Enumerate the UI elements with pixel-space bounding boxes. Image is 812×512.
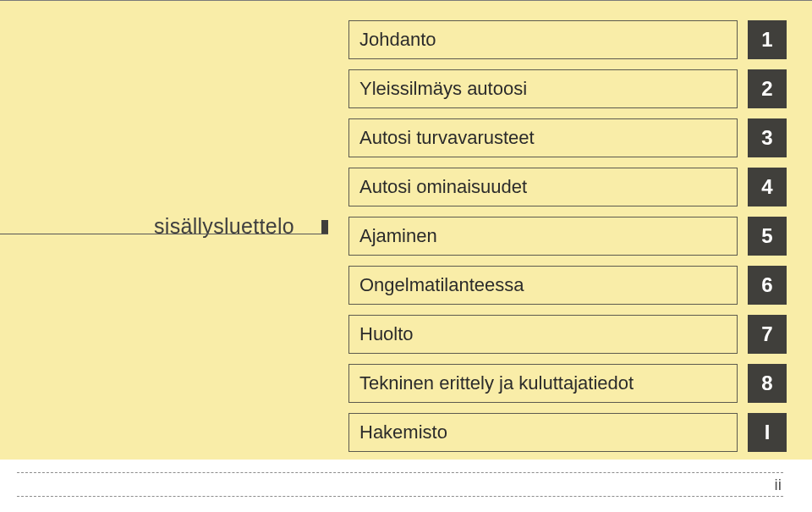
toc-item-title: Autosi ominaisuudet bbox=[359, 176, 527, 198]
toc-heading: sisällysluettelo bbox=[154, 214, 294, 239]
top-rule bbox=[0, 0, 812, 1]
tab-number: 4 bbox=[761, 175, 772, 199]
toc-item-title: Johdanto bbox=[359, 29, 436, 51]
toc-heading-marker bbox=[321, 220, 328, 234]
section-tab: 8 bbox=[748, 364, 787, 403]
toc-item: Hakemisto bbox=[348, 413, 738, 452]
toc-item: Ajaminen bbox=[348, 217, 738, 256]
tab-number: 3 bbox=[761, 126, 772, 150]
toc-item: Autosi turvavarusteet bbox=[348, 118, 738, 157]
toc-item: Autosi ominaisuudet bbox=[348, 168, 738, 206]
toc-item-title: Yleissilmäys autoosi bbox=[359, 78, 527, 100]
section-tab: 1 bbox=[748, 20, 787, 59]
tab-number: I bbox=[765, 421, 771, 444]
content-area: sisällysluettelo Johdanto Yleissilmäys a… bbox=[0, 0, 812, 460]
section-tab: 5 bbox=[748, 217, 787, 256]
toc-item: Huolto bbox=[348, 315, 738, 354]
toc-item: Ongelmatilanteessa bbox=[348, 266, 738, 305]
tab-number: 2 bbox=[761, 77, 772, 101]
tab-number: 8 bbox=[761, 372, 772, 395]
section-tab: 7 bbox=[748, 315, 787, 354]
section-tab: I bbox=[748, 413, 787, 452]
section-tab: 2 bbox=[748, 69, 787, 108]
toc-item: Tekninen erittely ja kuluttajatiedot bbox=[348, 364, 738, 403]
tab-number: 7 bbox=[761, 322, 772, 346]
toc-item-title: Huolto bbox=[359, 323, 414, 345]
toc-item: Johdanto bbox=[348, 20, 738, 59]
toc-item-title: Ongelmatilanteessa bbox=[359, 274, 524, 296]
toc-item: Yleissilmäys autoosi bbox=[348, 69, 738, 108]
tab-number: 5 bbox=[761, 224, 772, 248]
section-tabs: 1 2 3 4 5 6 7 8 I bbox=[748, 20, 787, 462]
toc-item-title: Autosi turvavarusteet bbox=[359, 127, 535, 149]
tab-number: 1 bbox=[761, 28, 772, 52]
section-tab: 4 bbox=[748, 168, 787, 206]
toc-list: Johdanto Yleissilmäys autoosi Autosi tur… bbox=[348, 20, 738, 462]
toc-item-title: Hakemisto bbox=[359, 421, 447, 443]
page: sisällysluettelo Johdanto Yleissilmäys a… bbox=[0, 0, 812, 512]
footer-rule-bottom bbox=[17, 496, 783, 497]
tab-number: 6 bbox=[761, 273, 772, 297]
section-tab: 6 bbox=[748, 266, 787, 305]
footer-rule-top bbox=[17, 472, 783, 473]
section-tab: 3 bbox=[748, 118, 787, 157]
toc-item-title: Ajaminen bbox=[359, 225, 437, 247]
page-number: ii bbox=[775, 476, 782, 494]
footer: ii bbox=[0, 472, 812, 508]
heading-rule bbox=[0, 234, 328, 234]
toc-item-title: Tekninen erittely ja kuluttajatiedot bbox=[359, 372, 634, 394]
